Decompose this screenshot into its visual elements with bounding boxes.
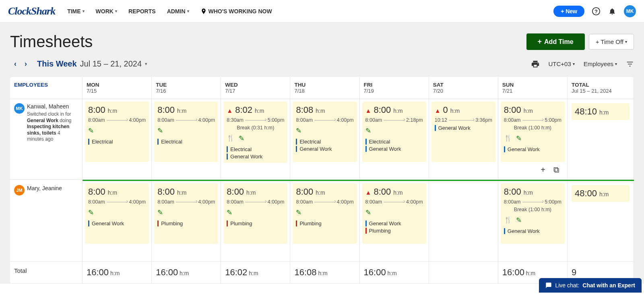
add-time-button[interactable]: + Add Time [526, 33, 585, 50]
job-tag: General Work [365, 220, 423, 226]
edit-icon[interactable]: ✎ [157, 127, 163, 135]
nav-time[interactable]: TIME▾ [67, 8, 84, 15]
job-tag: Electrical [365, 139, 423, 145]
totals-cell: 16:00 h:m [152, 262, 221, 284]
time-cell[interactable]: 8:00h:m 8:00am4:00pm ✎ General Work [83, 181, 152, 262]
edit-icon[interactable]: ✎ [296, 127, 301, 135]
edit-icon[interactable]: ✎ [88, 127, 94, 135]
location-icon [200, 8, 207, 15]
totals-cell: 16:00 h:m [360, 262, 429, 284]
break-label: Break (1:00 h:m) [504, 125, 561, 131]
warning-icon: ▲ [435, 107, 441, 114]
header-fri: FRI7/19 [360, 77, 429, 99]
edit-icon[interactable]: ✎ [227, 208, 232, 217]
print-icon [531, 60, 540, 69]
date-picker-dropdown[interactable]: ▾ [145, 61, 147, 66]
time-cell[interactable]: 8:00h:m 8:00am5:00pm Break (1:00 h:m) 🍴✎… [498, 99, 568, 180]
totals-cell: 16:02 h:m [221, 262, 290, 284]
time-cell[interactable]: ▲8:02h:m 8:30am5:00pm Break (0:31 h:m) 🍴… [221, 99, 290, 180]
week-label[interactable]: This Week [37, 59, 77, 69]
date-range: Jul 15 – 21, 2024 [80, 59, 142, 69]
title-bar: Timesheets + Add Time + Time Off ▾ [10, 33, 634, 51]
totals-label-cell: Total [10, 262, 83, 284]
edit-icon[interactable]: ✎ [516, 216, 522, 224]
totals-cell: 16:00 h:m [83, 262, 152, 284]
time-off-button[interactable]: + Time Off ▾ [589, 34, 634, 50]
job-tag: Plumbing [227, 220, 284, 226]
edit-icon[interactable]: ✎ [365, 127, 371, 135]
edit-icon[interactable]: ✎ [365, 208, 371, 217]
totals-cell: 16:08 h:m [290, 262, 359, 284]
job-tag: General Work [365, 146, 423, 152]
edit-icon[interactable]: ✎ [157, 208, 163, 217]
timezone-dropdown[interactable]: UTC+03▾ [549, 60, 575, 67]
time-cell[interactable]: ▲8:00h:m 8:00am4:00pm ✎ General Work Plu… [360, 181, 429, 262]
time-cell[interactable] [429, 181, 498, 262]
header-thu: THU7/18 [290, 77, 359, 99]
employee-row: MK Kanwal, Maheen Switched clock in for … [10, 99, 83, 180]
job-tag: Electrical [88, 139, 146, 145]
edit-icon[interactable]: ✎ [239, 134, 244, 143]
header-mon: MON7/15 [83, 77, 152, 99]
time-cell[interactable]: 8:00h:m 8:00am4:00pm ✎ Plumbing [152, 181, 221, 262]
employee-name[interactable]: Mary, Jeanine [27, 185, 62, 191]
header-total: TOTALJul 15 – 21, 2024 [568, 77, 634, 99]
top-nav: ClockShark TIME▾ WORK▾ REPORTS ADMIN▾ WH… [0, 0, 644, 23]
nav-whos-working-now[interactable]: WHO'S WORKING NOW [200, 8, 272, 15]
chat-icon [545, 282, 552, 284]
job-tag: General Work [504, 228, 561, 234]
edit-icon[interactable]: ✎ [516, 134, 522, 143]
time-cell[interactable]: 8:00h:m 8:00am4:00pm ✎ Plumbing [290, 181, 359, 262]
job-tag: Plumbing [296, 220, 353, 226]
header-employees: EMPLOYEES [10, 77, 83, 99]
brand-logo[interactable]: ClockShark [8, 5, 55, 17]
job-tag: General Work [296, 146, 353, 152]
chat-widget[interactable]: Live chat: Chat with an Expert [539, 278, 642, 284]
next-week-button[interactable]: › [21, 58, 31, 70]
job-tag: General Work [88, 220, 146, 226]
job-tag: Plumbing [157, 220, 215, 226]
page-title: Timesheets [10, 33, 93, 51]
time-cell[interactable]: ▲0h:m 10:123:36pm General Work [429, 99, 498, 180]
time-cell[interactable]: 8:00h:m 8:00am4:00pm ✎ Electrical [83, 99, 152, 180]
controls-bar: ‹ › This Week Jul 15 – 21, 2024 ▾ UTC+03… [10, 58, 634, 70]
nav-reports[interactable]: REPORTS [128, 8, 156, 15]
viewby-dropdown[interactable]: Employees▾ [584, 60, 617, 67]
print-button[interactable] [531, 60, 540, 69]
nav-work[interactable]: WORK▾ [96, 8, 117, 15]
break-label: Break (0:31 h:m) [227, 125, 284, 131]
time-cell[interactable]: 8:00h:m 8:00am4:00pm ✎ Electrical [152, 99, 221, 180]
job-tag: General Work [227, 154, 284, 160]
new-button[interactable]: + New [553, 6, 584, 17]
svg-text:?: ? [594, 8, 598, 14]
time-cell[interactable]: ▲8:00h:m 8:00am2:18pm ✎ Electrical Gener… [360, 99, 429, 180]
add-entry-button[interactable]: + [541, 165, 545, 175]
header-sat: SAT7/20 [429, 77, 498, 99]
edit-icon[interactable]: ✎ [296, 208, 301, 217]
chevron-down-icon: ▾ [115, 9, 117, 13]
header-tue: TUE7/16 [152, 77, 221, 99]
break-label: Break (1:00 h:m) [504, 207, 561, 212]
employee-avatar[interactable]: MK [14, 103, 25, 114]
time-cell[interactable]: 8:00h:m 8:00am5:00pm Break (1:00 h:m) 🍴✎… [498, 181, 568, 262]
edit-icon[interactable]: ✎ [88, 208, 94, 217]
time-cell[interactable]: 8:00h:m 8:00am4:00pm ✎ Plumbing [221, 181, 290, 262]
job-tag: Plumbing [365, 228, 423, 234]
top-right-controls: + New ? MK [553, 5, 636, 17]
employee-avatar[interactable]: JM [14, 185, 25, 195]
employee-name[interactable]: Kanwal, Maheen [27, 103, 78, 110]
warning-icon: ▲ [365, 189, 372, 196]
meal-icon: 🍴 [227, 134, 235, 143]
notifications-icon[interactable] [608, 7, 617, 16]
page-body: Timesheets + Add Time + Time Off ▾ ‹ › T… [0, 23, 644, 284]
job-tag: General Work [435, 125, 492, 131]
chevron-down-icon: ▾ [187, 9, 189, 13]
help-icon[interactable]: ? [592, 7, 601, 16]
employee-status: Switched clock in for General Work doing… [27, 111, 78, 143]
prev-week-button[interactable]: ‹ [10, 58, 21, 70]
filter-button[interactable] [626, 60, 634, 68]
copy-entry-button[interactable]: ⧉ [553, 165, 559, 175]
nav-admin[interactable]: ADMIN▾ [167, 8, 189, 15]
user-avatar[interactable]: MK [624, 5, 636, 17]
time-cell[interactable]: 8:08h:m 8:00am4:00pm ✎ Electrical Genera… [290, 99, 359, 180]
